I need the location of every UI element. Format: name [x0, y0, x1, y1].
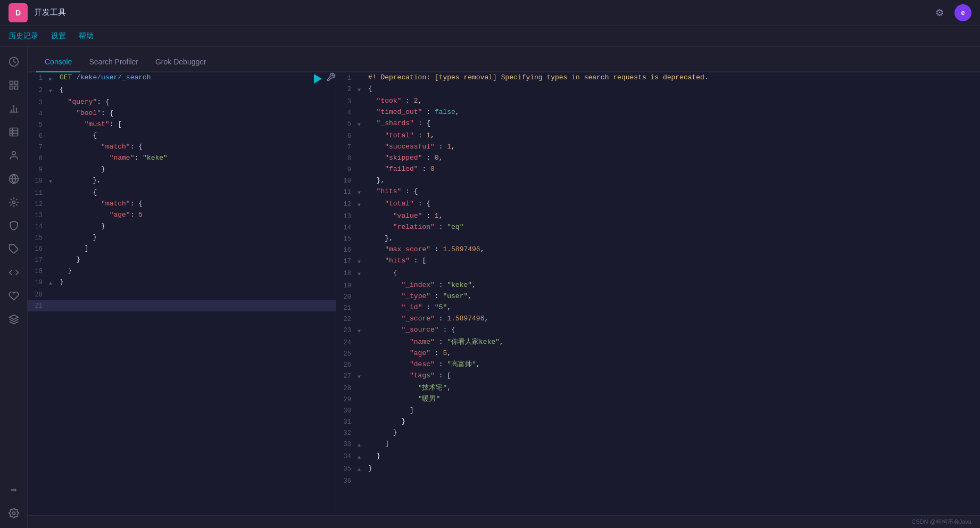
tab-search-profiler[interactable]: Search Profiler: [80, 52, 147, 72]
response-line-20: 20 "_type" : "user",: [336, 291, 980, 302]
response-line-11: 11▼ "hits" : {: [336, 186, 980, 199]
sidebar-icon-person[interactable]: [3, 145, 24, 166]
query-line-1: 1▶GET /keke/user/_search: [28, 72, 336, 85]
sidebar-icon-shield[interactable]: [3, 215, 24, 236]
status-text: CSDN @柯柯不会Java: [911, 518, 971, 526]
response-line-12: 12▼ "total" : {: [336, 199, 980, 211]
response-line-23: 23▼ "_source" : {: [336, 325, 980, 337]
response-line-18: 18▼ {: [336, 268, 980, 280]
tabs-bar: Console Search Profiler Grok Debugger: [28, 47, 980, 72]
query-line-19: 19▲}: [28, 277, 336, 289]
sidebar-icon-arrow[interactable]: ⇒: [3, 479, 24, 500]
response-line-35: 35▲}: [336, 463, 980, 475]
query-editor[interactable]: 1▶GET /keke/user/_search2▼{3 "query": {4…: [28, 72, 336, 515]
nav-history[interactable]: 历史记录: [9, 31, 38, 41]
sidebar-icon-chart[interactable]: [3, 98, 24, 119]
sidebar-icon-globe[interactable]: [3, 168, 24, 189]
svg-rect-1: [10, 81, 13, 85]
response-line-17: 17▼ "hits" : [: [336, 255, 980, 268]
query-line-12: 12 "match": {: [28, 199, 336, 210]
response-line-1: 1#! Deprecation: [types removal] Specify…: [336, 72, 980, 84]
response-line-28: 28 "技术宅",: [336, 383, 980, 394]
app-title: 开发工具: [34, 7, 925, 18]
response-line-27: 27▼ "tags" : [: [336, 370, 980, 383]
editor-split: 1▶GET /keke/user/_search2▼{3 "query": {4…: [28, 72, 980, 515]
query-line-6: 6 {: [28, 130, 336, 142]
nav-settings[interactable]: 设置: [51, 31, 66, 41]
response-line-33: 33▲ ]: [336, 439, 980, 451]
response-line-4: 4 "timed_out" : false,: [336, 107, 980, 118]
response-line-25: 25 "age" : 5,: [336, 348, 980, 359]
query-line-11: 11 {: [28, 187, 336, 199]
sidebar-icon-clock[interactable]: [3, 51, 24, 72]
svg-rect-2: [14, 81, 18, 85]
content-area: Console Search Profiler Grok Debugger 1▶…: [28, 47, 980, 528]
nav-bar: 历史记录 设置 帮助: [0, 26, 980, 47]
response-line-29: 29 "暖男": [336, 394, 980, 405]
top-bar: D 开发工具 ⚙ e: [0, 0, 980, 26]
query-line-5: 5 "must": [: [28, 119, 336, 130]
response-line-8: 8 "skipped" : 0,: [336, 153, 980, 164]
sidebar-icon-gear[interactable]: [3, 502, 24, 524]
response-line-10: 10 },: [336, 175, 980, 186]
user-avatar[interactable]: e: [954, 4, 971, 21]
query-line-17: 17 }: [28, 254, 336, 266]
query-line-7: 7 "match": {: [28, 142, 336, 153]
tab-grok-debugger[interactable]: Grok Debugger: [147, 52, 215, 72]
response-line-30: 30 ]: [336, 405, 980, 416]
sidebar-icon-code[interactable]: [3, 262, 24, 283]
query-line-15: 15 }: [28, 232, 336, 243]
response-line-6: 6 "total" : 1,: [336, 130, 980, 142]
settings-icon-btn[interactable]: ⚙: [931, 4, 948, 21]
sidebar: ⇒: [0, 47, 28, 528]
sidebar-icon-tag[interactable]: [3, 238, 24, 260]
nav-help[interactable]: 帮助: [79, 31, 94, 41]
response-line-9: 9 "failed" : 0: [336, 164, 980, 175]
kibana-logo[interactable]: D: [9, 3, 28, 22]
sidebar-icon-puzzle[interactable]: [3, 192, 24, 213]
status-bar: CSDN @柯柯不会Java: [28, 515, 980, 528]
sidebar-icon-stack[interactable]: [3, 309, 24, 330]
tab-console[interactable]: Console: [36, 52, 80, 72]
response-line-24: 24 "name" : "你看人家keke",: [336, 337, 980, 348]
response-pane: 1#! Deprecation: [types removal] Specify…: [336, 72, 980, 515]
top-bar-right: ⚙ e: [931, 4, 971, 21]
response-line-31: 31 }: [336, 416, 980, 427]
svg-marker-18: [9, 315, 18, 319]
response-viewer[interactable]: 1#! Deprecation: [types removal] Specify…: [336, 72, 980, 515]
sidebar-icon-table[interactable]: [3, 121, 24, 143]
query-line-14: 14 }: [28, 221, 336, 232]
run-query-button[interactable]: [314, 74, 322, 84]
response-line-7: 7 "successful" : 1,: [336, 142, 980, 153]
wrench-icon[interactable]: [326, 72, 336, 85]
svg-point-13: [12, 152, 15, 155]
query-line-21: 21: [28, 300, 336, 311]
main-layout: ⇒ Console Search Profiler Grok Debugger …: [0, 47, 980, 528]
query-line-4: 4 "bool": {: [28, 108, 336, 119]
query-line-8: 8 "name": "keke": [28, 153, 336, 164]
response-line-21: 21 "_id" : "5",: [336, 302, 980, 314]
query-line-13: 13 "age": 5: [28, 210, 336, 221]
response-line-36: 36: [336, 475, 980, 486]
sidebar-bottom: ⇒: [3, 479, 24, 524]
response-line-19: 19 "_index" : "keke",: [336, 280, 980, 291]
response-line-13: 13 "value" : 1,: [336, 211, 980, 222]
query-line-9: 9 }: [28, 164, 336, 175]
query-pane: 1▶GET /keke/user/_search2▼{3 "query": {4…: [28, 72, 336, 515]
response-line-15: 15 },: [336, 233, 980, 244]
response-line-2: 2▼{: [336, 84, 980, 96]
response-line-34: 34▲ }: [336, 451, 980, 463]
svg-rect-3: [14, 86, 18, 89]
svg-rect-4: [10, 86, 13, 89]
sidebar-icon-home[interactable]: [3, 75, 24, 96]
response-line-22: 22 "_score" : 1.5897496,: [336, 314, 980, 325]
query-line-10: 10▼ },: [28, 175, 336, 187]
query-line-3: 3 "query": {: [28, 97, 336, 108]
svg-point-16: [12, 201, 15, 204]
sidebar-icon-heart[interactable]: [3, 285, 24, 307]
query-line-16: 16 ]: [28, 243, 336, 254]
response-line-3: 3 "took" : 2,: [336, 96, 980, 107]
query-line-2: 2▼{: [28, 85, 336, 97]
response-line-5: 5▼ "_shards" : {: [336, 118, 980, 130]
svg-rect-9: [10, 128, 18, 136]
